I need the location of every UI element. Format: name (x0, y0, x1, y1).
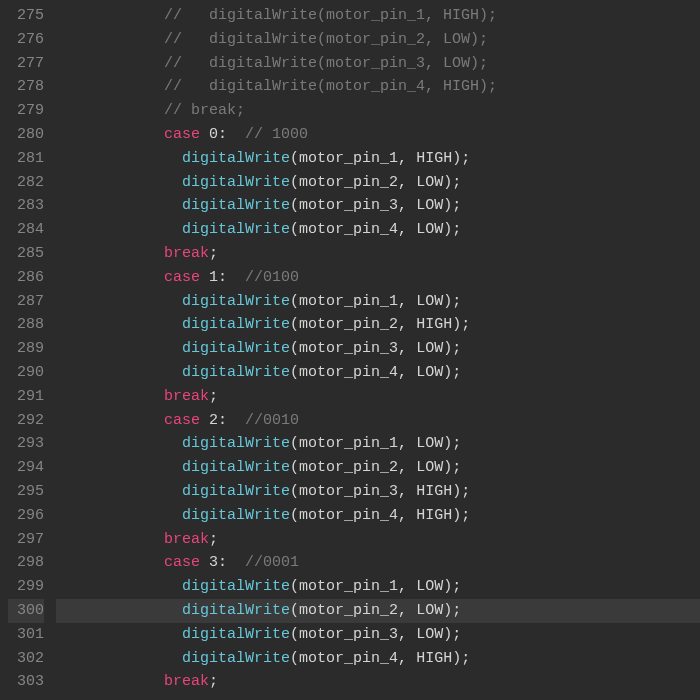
arg-identifier: motor_pin_1 (299, 578, 398, 595)
arg-constant: LOW (416, 221, 443, 238)
arg-constant: LOW (416, 459, 443, 476)
keyword-case: case (164, 412, 200, 429)
code-line[interactable]: case 2: //0010 (56, 409, 700, 433)
arg-constant: HIGH (416, 150, 452, 167)
code-line[interactable]: digitalWrite(motor_pin_2, HIGH); (56, 313, 700, 337)
comma-token: , (398, 150, 416, 167)
arg-identifier: motor_pin_1 (299, 293, 398, 310)
code-line[interactable]: digitalWrite(motor_pin_2, LOW); (56, 599, 700, 623)
code-line[interactable]: digitalWrite(motor_pin_1, LOW); (56, 432, 700, 456)
comma-token: , (398, 340, 416, 357)
paren-open: ( (290, 650, 299, 667)
comma-token: , (398, 197, 416, 214)
line-number: 294 (8, 456, 44, 480)
code-line[interactable]: // digitalWrite(motor_pin_2, LOW); (56, 28, 700, 52)
comma-token: , (398, 578, 416, 595)
code-line[interactable]: digitalWrite(motor_pin_2, LOW); (56, 456, 700, 480)
line-number: 291 (8, 385, 44, 409)
semicolon-token: ; (209, 673, 218, 690)
paren-close: ); (443, 459, 461, 476)
arg-identifier: motor_pin_2 (299, 459, 398, 476)
colon-token: : (218, 554, 227, 571)
code-line[interactable]: // digitalWrite(motor_pin_1, HIGH); (56, 4, 700, 28)
paren-open: ( (290, 483, 299, 500)
arg-constant: LOW (416, 364, 443, 381)
code-line[interactable]: break; (56, 528, 700, 552)
arg-identifier: motor_pin_1 (299, 435, 398, 452)
code-line[interactable]: // digitalWrite(motor_pin_4, HIGH); (56, 75, 700, 99)
code-line[interactable]: // break; (56, 99, 700, 123)
line-number: 286 (8, 266, 44, 290)
keyword-case: case (164, 126, 200, 143)
paren-open: ( (290, 364, 299, 381)
comment-token: //0100 (245, 269, 299, 286)
paren-close: ); (443, 578, 461, 595)
function-name: digitalWrite (182, 174, 290, 191)
line-number: 280 (8, 123, 44, 147)
comment-token: //0010 (245, 412, 299, 429)
line-number: 277 (8, 52, 44, 76)
keyword-break: break (164, 531, 209, 548)
comma-token: , (398, 435, 416, 452)
code-line[interactable]: break; (56, 242, 700, 266)
paren-open: ( (290, 578, 299, 595)
code-line[interactable]: case 1: //0100 (56, 266, 700, 290)
code-line[interactable]: digitalWrite(motor_pin_2, LOW); (56, 171, 700, 195)
code-line[interactable]: digitalWrite(motor_pin_1, LOW); (56, 290, 700, 314)
function-name: digitalWrite (182, 459, 290, 476)
code-line[interactable]: digitalWrite(motor_pin_1, LOW); (56, 575, 700, 599)
paren-close: ); (452, 507, 470, 524)
function-name: digitalWrite (182, 578, 290, 595)
function-name: digitalWrite (182, 150, 290, 167)
line-number: 299 (8, 575, 44, 599)
arg-constant: LOW (416, 340, 443, 357)
line-number: 293 (8, 432, 44, 456)
line-number: 302 (8, 647, 44, 671)
comment-token: //0001 (245, 554, 299, 571)
code-line[interactable]: digitalWrite(motor_pin_4, LOW); (56, 361, 700, 385)
line-number: 278 (8, 75, 44, 99)
code-line[interactable]: digitalWrite(motor_pin_4, LOW); (56, 218, 700, 242)
comma-token: , (398, 602, 416, 619)
code-line[interactable]: digitalWrite(motor_pin_4, HIGH); (56, 647, 700, 671)
case-number: 2 (209, 412, 218, 429)
keyword-case: case (164, 554, 200, 571)
code-line[interactable]: case 0: // 1000 (56, 123, 700, 147)
comma-token: , (398, 507, 416, 524)
arg-constant: HIGH (416, 650, 452, 667)
code-line[interactable]: digitalWrite(motor_pin_4, HIGH); (56, 504, 700, 528)
line-number: 292 (8, 409, 44, 433)
comment-token: // digitalWrite(motor_pin_3, LOW); (164, 55, 488, 72)
line-number: 287 (8, 290, 44, 314)
function-name: digitalWrite (182, 650, 290, 667)
code-editor[interactable]: 2752762772782792802812822832842852862872… (0, 0, 700, 700)
code-line[interactable]: digitalWrite(motor_pin_3, HIGH); (56, 480, 700, 504)
arg-identifier: motor_pin_4 (299, 221, 398, 238)
line-number: 300 (8, 599, 44, 623)
comment-token: // 1000 (245, 126, 308, 143)
line-number: 289 (8, 337, 44, 361)
arg-identifier: motor_pin_3 (299, 626, 398, 643)
code-line[interactable]: case 3: //0001 (56, 551, 700, 575)
case-number: 0 (209, 126, 218, 143)
code-line[interactable]: digitalWrite(motor_pin_3, LOW); (56, 194, 700, 218)
paren-close: ); (443, 626, 461, 643)
colon-token: : (218, 412, 227, 429)
paren-close: ); (443, 293, 461, 310)
function-name: digitalWrite (182, 293, 290, 310)
paren-close: ); (443, 174, 461, 191)
paren-open: ( (290, 507, 299, 524)
code-line[interactable]: break; (56, 670, 700, 694)
arg-constant: LOW (416, 293, 443, 310)
keyword-break: break (164, 388, 209, 405)
arg-identifier: motor_pin_1 (299, 150, 398, 167)
code-line[interactable]: break; (56, 385, 700, 409)
code-line[interactable]: // digitalWrite(motor_pin_3, LOW); (56, 52, 700, 76)
code-line[interactable]: digitalWrite(motor_pin_1, HIGH); (56, 147, 700, 171)
code-line[interactable]: digitalWrite(motor_pin_3, LOW); (56, 623, 700, 647)
code-line[interactable]: digitalWrite(motor_pin_3, LOW); (56, 337, 700, 361)
function-name: digitalWrite (182, 435, 290, 452)
paren-close: ); (452, 650, 470, 667)
paren-open: ( (290, 221, 299, 238)
code-area[interactable]: // digitalWrite(motor_pin_1, HIGH); // d… (56, 0, 700, 700)
